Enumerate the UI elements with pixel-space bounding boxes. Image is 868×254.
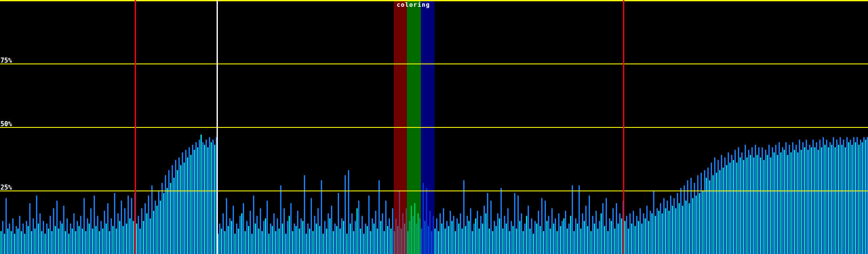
y-axis-label-75: 75% bbox=[0, 58, 12, 64]
text-layer: coloring 75%50%25% bbox=[0, 0, 868, 254]
y-axis-label-25: 25% bbox=[0, 185, 12, 190]
usage-histogram-chart: coloring 75%50%25% bbox=[0, 0, 868, 254]
y-axis-label-50: 50% bbox=[0, 121, 12, 127]
coloring-label: coloring bbox=[397, 2, 430, 8]
